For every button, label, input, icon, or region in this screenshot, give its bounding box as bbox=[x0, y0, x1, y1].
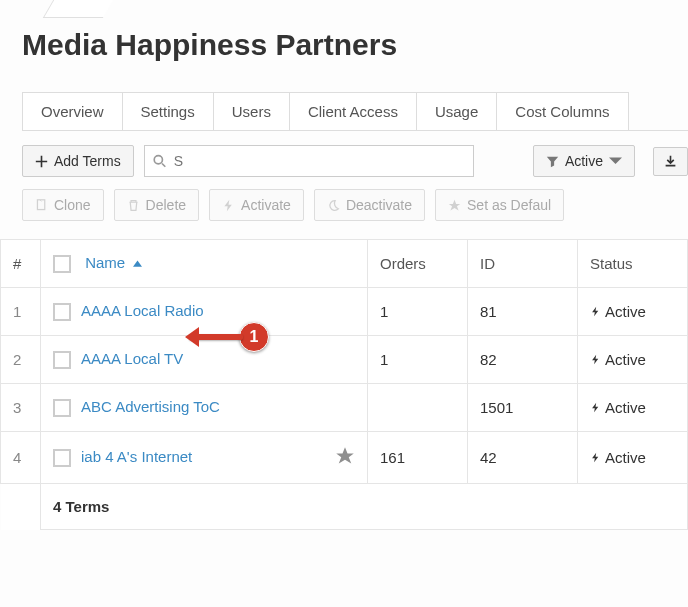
table-row: 1 AAAA Local Radio 1 81 Active bbox=[1, 288, 688, 336]
col-orders[interactable]: Orders bbox=[368, 240, 468, 288]
table-row: 3 ABC Advertising ToC 1501 Active bbox=[1, 384, 688, 432]
row-orders: 161 bbox=[368, 432, 468, 484]
table-footer: 4 Terms bbox=[1, 484, 688, 530]
plus-icon bbox=[35, 155, 48, 168]
default-star-icon bbox=[335, 446, 355, 469]
row-orders: 1 bbox=[368, 288, 468, 336]
tab-settings[interactable]: Settings bbox=[122, 92, 214, 130]
svg-line-1 bbox=[162, 163, 165, 166]
col-status[interactable]: Status bbox=[578, 240, 688, 288]
row-name-link[interactable]: AAAA Local Radio bbox=[81, 302, 204, 319]
bolt-icon bbox=[590, 401, 601, 414]
col-id[interactable]: ID bbox=[468, 240, 578, 288]
clone-button[interactable]: Clone bbox=[22, 189, 104, 221]
star-icon bbox=[448, 199, 461, 212]
row-id: 42 bbox=[468, 432, 578, 484]
row-name-link[interactable]: AAAA Local TV bbox=[81, 350, 183, 367]
bulk-actions: Clone Delete Activate Deactivate Set as … bbox=[22, 189, 688, 221]
table-row: 2 AAAA Local TV 1 82 Active bbox=[1, 336, 688, 384]
breadcrumb-hint bbox=[43, 0, 113, 18]
table-header-row: # Name Orders ID Status bbox=[1, 240, 688, 288]
add-terms-label: Add Terms bbox=[54, 153, 121, 169]
tab-client-access[interactable]: Client Access bbox=[289, 92, 417, 130]
row-status: Active bbox=[578, 432, 688, 484]
delete-button[interactable]: Delete bbox=[114, 189, 199, 221]
col-rownum: # bbox=[1, 240, 41, 288]
clone-label: Clone bbox=[54, 197, 91, 213]
col-name[interactable]: Name bbox=[41, 240, 368, 288]
set-default-label: Set as Defaul bbox=[467, 197, 551, 213]
download-button[interactable] bbox=[653, 147, 688, 176]
search-input[interactable] bbox=[172, 152, 465, 170]
search-icon bbox=[153, 154, 166, 168]
svg-point-0 bbox=[154, 156, 162, 164]
status-filter-label: Active bbox=[565, 153, 603, 169]
row-status: Active bbox=[578, 336, 688, 384]
row-checkbox[interactable] bbox=[53, 449, 71, 467]
trash-icon bbox=[127, 199, 140, 212]
terms-table: # Name Orders ID Status 1 AAAA Local Rad… bbox=[0, 239, 688, 530]
toolbar: Add Terms Active 1 bbox=[22, 145, 688, 177]
download-icon bbox=[664, 155, 677, 168]
row-checkbox[interactable] bbox=[53, 399, 71, 417]
row-num: 2 bbox=[1, 336, 41, 384]
row-name-cell: AAAA Local TV bbox=[41, 336, 368, 384]
row-name-link[interactable]: ABC Advertising ToC bbox=[81, 398, 220, 415]
row-orders: 1 bbox=[368, 336, 468, 384]
bolt-icon bbox=[590, 305, 601, 318]
delete-label: Delete bbox=[146, 197, 186, 213]
row-num: 3 bbox=[1, 384, 41, 432]
row-status: Active bbox=[578, 288, 688, 336]
set-default-button[interactable]: Set as Defaul bbox=[435, 189, 564, 221]
row-orders bbox=[368, 384, 468, 432]
col-name-label[interactable]: Name bbox=[85, 254, 125, 271]
chevron-down-icon bbox=[609, 155, 622, 168]
row-name-cell: iab 4 A's Internet bbox=[41, 432, 368, 484]
tab-usage[interactable]: Usage bbox=[416, 92, 497, 130]
row-status: Active bbox=[578, 384, 688, 432]
bolt-icon bbox=[590, 353, 601, 366]
row-name-cell: AAAA Local Radio bbox=[41, 288, 368, 336]
row-id: 82 bbox=[468, 336, 578, 384]
tab-overview[interactable]: Overview bbox=[22, 92, 123, 130]
tabs: Overview Settings Users Client Access Us… bbox=[22, 92, 688, 131]
row-id: 1501 bbox=[468, 384, 578, 432]
table-row: 4 iab 4 A's Internet 161 42 Active bbox=[1, 432, 688, 484]
row-num: 1 bbox=[1, 288, 41, 336]
bolt-icon bbox=[222, 199, 235, 212]
row-id: 81 bbox=[468, 288, 578, 336]
activate-button[interactable]: Activate bbox=[209, 189, 304, 221]
row-num: 4 bbox=[1, 432, 41, 484]
deactivate-label: Deactivate bbox=[346, 197, 412, 213]
row-name-cell: ABC Advertising ToC bbox=[41, 384, 368, 432]
bolt-icon bbox=[590, 451, 601, 464]
row-checkbox[interactable] bbox=[53, 351, 71, 369]
status-filter-button[interactable]: Active bbox=[533, 145, 635, 177]
deactivate-button[interactable]: Deactivate bbox=[314, 189, 425, 221]
moon-icon bbox=[327, 199, 340, 212]
add-terms-button[interactable]: Add Terms bbox=[22, 145, 134, 177]
row-checkbox[interactable] bbox=[53, 303, 71, 321]
funnel-icon bbox=[546, 155, 559, 168]
activate-label: Activate bbox=[241, 197, 291, 213]
footer-count: 4 Terms bbox=[41, 484, 688, 530]
row-name-link[interactable]: iab 4 A's Internet bbox=[81, 448, 192, 465]
tab-cost-columns[interactable]: Cost Columns bbox=[496, 92, 628, 130]
clone-icon bbox=[35, 199, 48, 212]
page-title: Media Happiness Partners bbox=[22, 28, 688, 62]
search-field[interactable] bbox=[144, 145, 474, 177]
sort-asc-icon bbox=[133, 254, 142, 271]
select-all-checkbox[interactable] bbox=[53, 255, 71, 273]
tab-users[interactable]: Users bbox=[213, 92, 290, 130]
